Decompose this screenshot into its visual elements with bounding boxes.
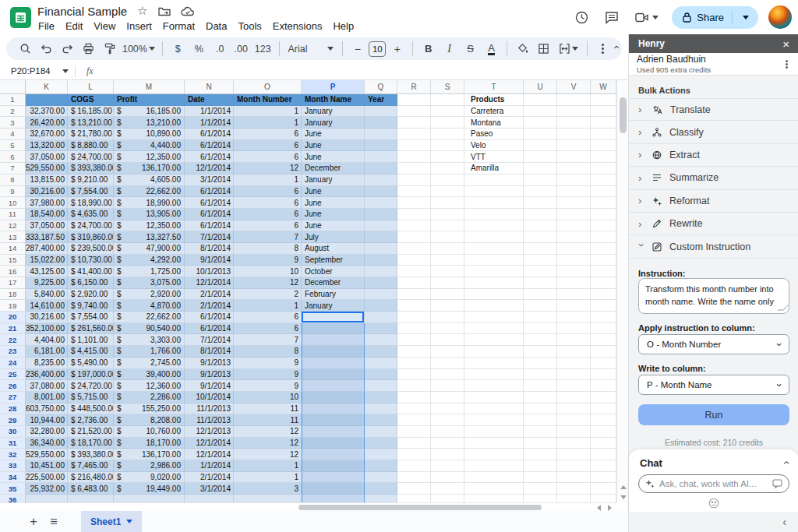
chat-input[interactable]: Ask, chat, work with AI... bbox=[638, 474, 789, 493]
cell-O18[interactable]: 2 bbox=[234, 289, 302, 301]
cell-Q8[interactable] bbox=[365, 174, 397, 186]
cell-O5[interactable]: 6 bbox=[234, 140, 302, 152]
cell[interactable] bbox=[557, 358, 591, 369]
cell-P31[interactable] bbox=[302, 438, 365, 449]
cell[interactable] bbox=[524, 483, 557, 495]
cell-L12[interactable]: $ 24,700.00 bbox=[68, 220, 114, 232]
row-header-34[interactable]: 34 bbox=[0, 472, 26, 484]
cell-Q22[interactable] bbox=[365, 334, 397, 346]
cell-K10[interactable]: 37,980.00 bbox=[26, 197, 68, 209]
cell[interactable] bbox=[397, 209, 431, 220]
cell[interactable] bbox=[557, 472, 591, 484]
cell[interactable] bbox=[464, 495, 524, 502]
cell-T18[interactable] bbox=[464, 289, 524, 301]
increase-decimal-button[interactable]: .00 bbox=[231, 40, 251, 58]
collapse-chat-icon[interactable]: › bbox=[780, 461, 793, 465]
cell-O13[interactable]: 7 bbox=[234, 231, 302, 243]
cell[interactable] bbox=[431, 495, 464, 502]
cell-T13[interactable] bbox=[464, 231, 524, 243]
scroll-left-icon[interactable] bbox=[597, 505, 601, 511]
cell-O11[interactable]: 6 bbox=[234, 209, 302, 220]
column-header-L[interactable]: L bbox=[68, 80, 114, 94]
cell-N19[interactable]: 2/1/2014 bbox=[185, 300, 234, 312]
cell-O35[interactable]: 3 bbox=[234, 483, 302, 495]
row-header-6[interactable]: 6 bbox=[0, 151, 26, 163]
cell-T15[interactable] bbox=[464, 255, 524, 266]
cell[interactable] bbox=[524, 140, 557, 152]
column-header-T[interactable]: T bbox=[464, 80, 524, 94]
cell-T11[interactable] bbox=[464, 209, 524, 220]
cell-L19[interactable]: $ 9,740.00 bbox=[68, 300, 114, 312]
cell[interactable] bbox=[591, 255, 616, 266]
cell-Q31[interactable] bbox=[365, 438, 397, 449]
cell-T29[interactable] bbox=[464, 414, 524, 426]
move-folder-icon[interactable] bbox=[158, 6, 171, 16]
cell-T14[interactable] bbox=[464, 243, 524, 255]
row-header-21[interactable]: 21 bbox=[0, 323, 26, 335]
cell-T31[interactable] bbox=[464, 438, 524, 449]
cell[interactable] bbox=[431, 460, 464, 472]
cell-P9[interactable]: June bbox=[302, 186, 365, 198]
all-sheets-button[interactable]: ≡ bbox=[44, 512, 64, 532]
row-header-27[interactable]: 27 bbox=[0, 392, 26, 403]
name-box[interactable]: P20:P184 bbox=[0, 66, 75, 76]
cell-O1[interactable]: Month Number bbox=[234, 94, 302, 106]
cell[interactable] bbox=[431, 449, 464, 460]
cell-L23[interactable]: $ 4,415.00 bbox=[68, 346, 114, 358]
cell[interactable] bbox=[397, 426, 431, 438]
cell-Q5[interactable] bbox=[365, 140, 397, 152]
cell-L29[interactable]: $ 2,736.00 bbox=[68, 414, 114, 426]
cell[interactable] bbox=[524, 289, 557, 301]
cell[interactable] bbox=[591, 129, 616, 140]
cell[interactable] bbox=[524, 94, 557, 106]
cell[interactable] bbox=[431, 323, 464, 335]
collapse-sidebar-icon[interactable]: ‹ bbox=[782, 516, 786, 528]
row-header-8[interactable]: 8 bbox=[0, 174, 26, 186]
cell[interactable] bbox=[524, 312, 557, 323]
cell-K34[interactable]: 225,500.00 bbox=[26, 472, 68, 484]
menu-edit[interactable]: Edit bbox=[60, 19, 88, 33]
action-translate[interactable]: › Translate bbox=[629, 98, 798, 121]
cell[interactable] bbox=[591, 209, 616, 220]
cell-O7[interactable]: 12 bbox=[234, 163, 302, 174]
action-extract[interactable]: › Extract bbox=[629, 144, 798, 167]
menu-format[interactable]: Format bbox=[157, 19, 200, 33]
cell[interactable] bbox=[431, 472, 464, 484]
cell-Q14[interactable] bbox=[365, 243, 397, 255]
cell[interactable] bbox=[524, 174, 557, 186]
cell-K26[interactable]: 37,080.00 bbox=[26, 380, 68, 392]
row-header-12[interactable]: 12 bbox=[0, 220, 26, 232]
cell[interactable] bbox=[397, 289, 431, 301]
cell-N8[interactable]: 3/1/2014 bbox=[185, 174, 234, 186]
cell-L34[interactable]: $ 216,480.00 bbox=[68, 472, 114, 484]
version-history-icon[interactable] bbox=[571, 7, 591, 27]
cell-L24[interactable]: $ 5,490.00 bbox=[68, 358, 114, 369]
font-select[interactable]: Arial bbox=[285, 40, 337, 58]
cell[interactable] bbox=[397, 495, 431, 502]
cell[interactable] bbox=[591, 323, 616, 335]
cell-L13[interactable]: $ 319,860.00 bbox=[68, 231, 114, 243]
cell-M15[interactable]: $4,292.00 bbox=[114, 255, 185, 266]
cell-O12[interactable]: 6 bbox=[234, 220, 302, 232]
cell[interactable] bbox=[524, 472, 557, 484]
cell-K11[interactable]: 18,540.00 bbox=[26, 209, 68, 220]
cell-Q11[interactable] bbox=[365, 209, 397, 220]
cell-K32[interactable]: 529,550.00 bbox=[26, 449, 68, 460]
menu-insert[interactable]: Insert bbox=[121, 19, 157, 33]
cell-T6[interactable]: VTT bbox=[464, 151, 524, 163]
cell[interactable] bbox=[431, 163, 464, 174]
cell-K8[interactable]: 13,815.00 bbox=[26, 174, 68, 186]
cell-N23[interactable]: 8/1/2014 bbox=[185, 346, 234, 358]
cell-T35[interactable] bbox=[464, 483, 524, 495]
cell-M26[interactable]: $12,360.00 bbox=[114, 380, 185, 392]
cell[interactable] bbox=[524, 449, 557, 460]
row-header-1[interactable]: 1 bbox=[0, 94, 26, 106]
cell-M18[interactable]: $2,920.00 bbox=[114, 289, 185, 301]
decrease-decimal-button[interactable]: .0 bbox=[210, 40, 230, 58]
cell[interactable] bbox=[557, 94, 591, 106]
cell-P4[interactable]: June bbox=[302, 129, 365, 140]
cell[interactable] bbox=[524, 438, 557, 449]
column-header-U[interactable]: U bbox=[524, 80, 557, 94]
cell-Q17[interactable] bbox=[365, 277, 397, 289]
menu-extensions[interactable]: Extensions bbox=[267, 19, 328, 33]
